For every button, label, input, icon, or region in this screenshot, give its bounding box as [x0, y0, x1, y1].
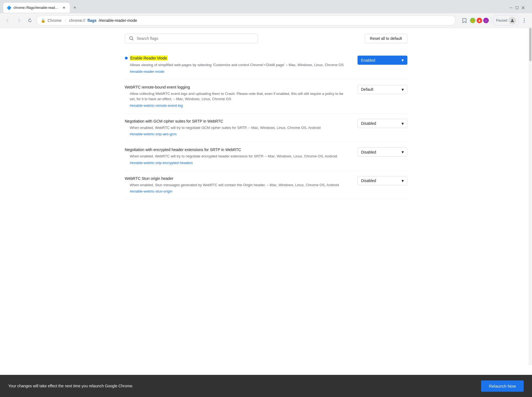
- flag-item-webrtc-remote-event-log: WebRTC remote-bound event logging Allow …: [125, 79, 407, 113]
- search-bar-row: Reset all to default: [125, 33, 407, 43]
- url-flags-bold: flags: [88, 18, 97, 23]
- scrollbar-thumb[interactable]: [529, 28, 531, 61]
- chevron-down-icon: ▾: [402, 178, 404, 183]
- page-content: Reset all to default Enable Reader Mode …: [0, 28, 532, 365]
- url-flags-text: chrome://: [69, 18, 85, 23]
- svg-point-8: [130, 37, 133, 40]
- url-separator: |: [65, 18, 66, 23]
- svg-rect-0: [510, 8, 512, 8]
- ext3-icon[interactable]: ○: [483, 18, 489, 23]
- scrollbar-track[interactable]: [529, 28, 532, 365]
- flag-name: Enable Reader Mode: [130, 56, 168, 61]
- chevron-down-icon: ▾: [402, 58, 404, 63]
- flag-control[interactable]: Disabled ▾: [358, 176, 407, 185]
- menu-button[interactable]: [520, 16, 529, 25]
- flag-description: When enabled, Stun messages generated by…: [125, 182, 346, 188]
- flag-select-disabled[interactable]: Disabled ▾: [358, 147, 407, 157]
- flag-description: When enabled, WebRTC will try to negotia…: [125, 154, 346, 159]
- flag-description: Allows viewing of simplified web pages b…: [125, 62, 346, 68]
- flag-select-disabled[interactable]: Disabled ▾: [358, 176, 407, 185]
- refresh-button[interactable]: [25, 16, 34, 25]
- browser-frame: 🔷 chrome://flags/#enable-reader-m... ✕ +: [0, 0, 532, 28]
- chevron-down-icon: ▾: [402, 149, 404, 155]
- flag-anchor-link[interactable]: #enable-webrtc-srtp-aes-gcm: [125, 132, 346, 136]
- flag-select-enabled[interactable]: Enabled ▾: [358, 56, 407, 65]
- flag-name: WebRTC Stun origin header: [125, 176, 173, 181]
- flag-anchor-link[interactable]: #enable-reader-mode: [125, 69, 346, 74]
- flag-anchor-link[interactable]: #enable-webrtc-srtp-encrypted-headers: [125, 161, 346, 165]
- url-bar[interactable]: 🔒 Chrome | chrome://flags/#enable-reader…: [37, 15, 456, 25]
- flag-select-default[interactable]: Default ▾: [358, 85, 407, 94]
- search-input-wrapper[interactable]: [125, 33, 258, 43]
- flag-anchor-link[interactable]: #enable-webrtc-remote-event-log: [125, 103, 346, 108]
- new-tab-button[interactable]: +: [71, 4, 79, 12]
- flag-select-label: Disabled: [361, 150, 376, 154]
- security-icon: 🔒: [41, 18, 45, 23]
- notification-bar: Your changes will take effect the next t…: [0, 375, 532, 397]
- flag-select-label: Enabled: [361, 58, 375, 63]
- flag-name: Negotiation with GCM cipher suites for S…: [125, 119, 223, 123]
- flag-header: Enable Reader Mode: [125, 56, 346, 61]
- flag-header: Negotiation with encrypted header extens…: [125, 147, 346, 152]
- flag-info: WebRTC Stun origin header When enabled, …: [125, 176, 358, 194]
- toolbar-divider: [491, 17, 491, 24]
- flag-item-webrtc-srtp-aes-gcm: Negotiation with GCM cipher suites for S…: [125, 113, 407, 142]
- tab-title: chrome://flags/#enable-reader-m...: [14, 6, 59, 10]
- flag-item-enable-reader-mode: Enable Reader Mode Allows viewing of sim…: [125, 50, 407, 79]
- flag-name: WebRTC remote-bound event logging: [125, 85, 190, 89]
- profile-icon[interactable]: [508, 17, 516, 24]
- flag-description: Allow collecting WebRTC event logs and u…: [125, 91, 346, 102]
- paused-button[interactable]: Paused: [494, 15, 519, 26]
- relaunch-now-button[interactable]: Relaunch Now: [481, 380, 524, 392]
- toolbar-icons: 🐸 ● ○ Paused: [460, 15, 529, 26]
- maximize-button[interactable]: [515, 6, 519, 10]
- active-tab[interactable]: 🔷 chrome://flags/#enable-reader-m... ✕: [3, 3, 70, 13]
- notification-text: Your changes will take effect the next t…: [8, 384, 133, 388]
- flag-header: WebRTC Stun origin header: [125, 176, 346, 181]
- ext1-icon[interactable]: 🐸: [470, 18, 476, 23]
- flag-description: When enabled, WebRTC will try to negotia…: [125, 125, 346, 131]
- svg-point-5: [524, 19, 525, 19]
- paused-label: Paused: [496, 19, 507, 22]
- flag-anchor-link[interactable]: #enable-webrtc-stun-origin: [125, 189, 346, 193]
- flag-item-webrtc-srtp-encrypted-headers: Negotiation with encrypted header extens…: [125, 142, 407, 171]
- flag-select-disabled[interactable]: Disabled ▾: [358, 119, 407, 128]
- flag-name: Negotiation with encrypted header extens…: [125, 147, 241, 152]
- flag-header: Negotiation with GCM cipher suites for S…: [125, 119, 346, 123]
- window-controls: [509, 6, 525, 10]
- flag-header: WebRTC remote-bound event logging: [125, 85, 346, 89]
- search-icon: [129, 36, 134, 41]
- flag-info: WebRTC remote-bound event logging Allow …: [125, 85, 358, 108]
- flag-info: Negotiation with encrypted header extens…: [125, 147, 358, 165]
- minimize-button[interactable]: [509, 6, 513, 10]
- url-path-text: /#enable-reader-mode: [99, 18, 137, 23]
- svg-point-6: [524, 20, 525, 21]
- flag-item-webrtc-stun-origin: WebRTC Stun origin header When enabled, …: [125, 171, 407, 199]
- address-bar: 🔒 Chrome | chrome://flags/#enable-reader…: [0, 13, 532, 28]
- flag-select-label: Disabled: [361, 121, 376, 126]
- reset-all-button[interactable]: Reset all to default: [365, 34, 407, 43]
- flag-info: Enable Reader Mode Allows viewing of sim…: [125, 56, 358, 74]
- tab-favicon: 🔷: [7, 6, 11, 10]
- ext2-icon[interactable]: ●: [477, 18, 482, 23]
- flag-control[interactable]: Enabled ▾: [358, 56, 407, 65]
- flag-control[interactable]: Default ▾: [358, 85, 407, 94]
- flag-control[interactable]: Disabled ▾: [358, 147, 407, 157]
- bookmark-button[interactable]: [460, 16, 469, 25]
- flag-select-label: Default: [361, 87, 373, 92]
- flag-select-label: Disabled: [361, 178, 376, 183]
- search-input[interactable]: [137, 36, 254, 41]
- back-button[interactable]: [3, 16, 12, 25]
- flag-info: Negotiation with GCM cipher suites for S…: [125, 119, 358, 136]
- chevron-down-icon: ▾: [402, 121, 404, 126]
- tab-close-button[interactable]: ✕: [61, 5, 66, 10]
- flag-control[interactable]: Disabled ▾: [358, 119, 407, 128]
- title-bar: 🔷 chrome://flags/#enable-reader-m... ✕ +: [0, 0, 532, 13]
- flag-active-dot: [125, 57, 128, 59]
- flags-container: Reset all to default Enable Reader Mode …: [114, 28, 418, 205]
- close-button[interactable]: [521, 6, 525, 10]
- svg-rect-1: [516, 7, 518, 9]
- forward-button[interactable]: [14, 16, 23, 25]
- svg-point-7: [524, 22, 525, 23]
- chevron-down-icon: ▾: [402, 87, 404, 92]
